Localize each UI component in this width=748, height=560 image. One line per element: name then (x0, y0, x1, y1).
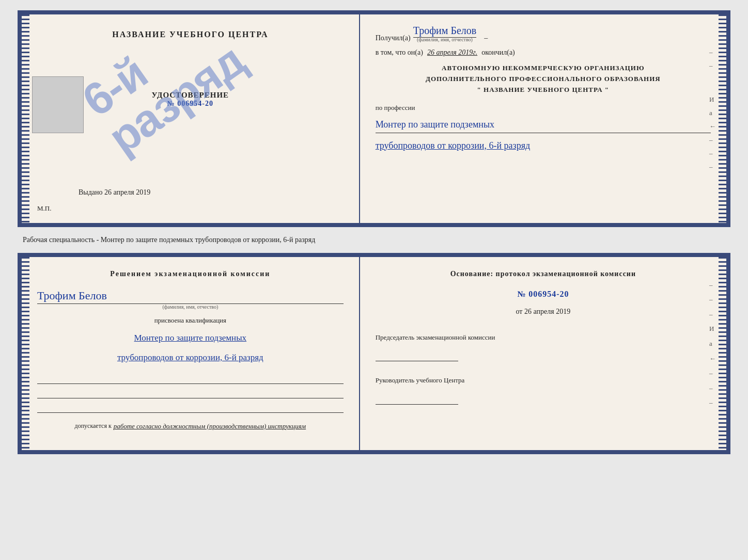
bottom-document-card: Решением экзаменационной комиссии Трофим… (18, 253, 730, 454)
basis-title: Основание: протокол экзаменационной коми… (376, 270, 711, 278)
bottom-profession-line2: трубопроводов от коррозии, 6-й разряд (117, 351, 263, 364)
sig-line-2 (37, 388, 344, 398)
bottom-doc-right: Основание: протокол экзаменационной коми… (360, 257, 726, 450)
top-doc-right: Получил(а) Трофим Белов (фамилия, имя, о… (360, 14, 726, 223)
photo-placeholder (32, 76, 84, 133)
rm-a: а (709, 106, 716, 120)
org-line3: " НАЗВАНИЕ УЧЕБНОГО ЦЕНТРА " (376, 85, 711, 95)
org-line2: ДОПОЛНИТЕЛЬНОГО ПРОФЕССИОНАЛЬНОГО ОБРАЗО… (376, 74, 711, 85)
rm-b-a: а (709, 337, 716, 351)
cert-label: УДОСТОВЕРЕНИЕ (152, 91, 229, 100)
date-line-top: в том, что он(а) 26 апреля 2019г. окончи… (376, 49, 711, 57)
from-date: от 26 апреля 2019 (376, 308, 711, 316)
signature-lines (37, 374, 344, 413)
rm-b-dash1: – (709, 278, 716, 293)
rm-b-dash2: – (709, 292, 716, 307)
top-doc-left: НАЗВАНИЕ УЧЕБНОГО ЦЕНТРА УДОСТОВЕРЕНИЕ №… (22, 14, 360, 223)
decision-title: Решением экзаменационной комиссии (110, 270, 270, 278)
rm-dash3: – (709, 133, 716, 147)
cert-number-top: № 006954-20 (152, 100, 229, 108)
date-suffix: окончил(а) (481, 49, 515, 57)
rm-b-dash3: – (709, 307, 716, 322)
dash-1: – (484, 34, 488, 42)
right-margin-top: – – И а ← – – – (709, 45, 716, 173)
bottom-doc-left: Решением экзаменационной комиссии Трофим… (22, 257, 360, 450)
chairman-label: Председатель экзаменационной комиссии (376, 332, 711, 343)
received-line: Получил(а) Трофим Белов (фамилия, имя, о… (376, 25, 711, 42)
director-sig-line (376, 394, 458, 405)
protocol-number: № 006954-20 (376, 290, 711, 299)
protocol-date: 26 апреля 2019 (524, 308, 570, 315)
fio-hint-bottom: (фамилия, имя, отчество) (37, 304, 344, 310)
sig-line-1 (37, 374, 344, 384)
date-prefix-top: в том, что он(а) (376, 49, 423, 57)
rm-b-dash4: – (709, 366, 716, 381)
rm-dash4: – (709, 147, 716, 160)
rm-arrow: ← (709, 120, 716, 133)
recipient-name: Трофим Белов (413, 25, 477, 38)
rm-b-dash5: – (709, 381, 716, 396)
bottom-name-block: Трофим Белов (фамилия, имя, отчество) (37, 289, 344, 310)
right-margin-bottom: – – – И а ← – – – (709, 278, 716, 410)
org-line1: АВТОНОМНУЮ НЕКОММЕРЧЕСКУЮ ОРГАНИЗАЦИЮ (376, 63, 711, 74)
chairman-sig-line (376, 351, 458, 361)
cert-info-block: УДОСТОВЕРЕНИЕ № 006954-20 (152, 91, 229, 108)
separator-label: Рабочая специальность - Монтер по защите… (23, 236, 315, 244)
admission-text: работе согласно должностным (производств… (114, 422, 306, 430)
fio-hint-top: (фамилия, имя, отчество) (413, 37, 477, 42)
profession-label-top: по профессии (376, 104, 711, 112)
rm-b-arrow: ← (709, 351, 716, 366)
director-label: Руководитель учебного Центра (376, 375, 711, 386)
top-document-card: НАЗВАНИЕ УЧЕБНОГО ЦЕНТРА УДОСТОВЕРЕНИЕ №… (18, 10, 730, 227)
rm-i: И (709, 93, 716, 106)
rm-dash1: – (709, 45, 716, 59)
separator-text: Рабочая специальность - Монтер по защите… (18, 232, 730, 248)
sig-line-3 (37, 403, 344, 413)
rm-dash2: – (709, 59, 716, 72)
date-prefix-bottom: от (516, 308, 523, 315)
admission-block: допускается к работе согласно должностны… (75, 422, 306, 430)
issued-date-block: Выдано 26 апреля 2019 (79, 188, 150, 197)
qualification-label: присвоена квалификация (154, 316, 226, 325)
received-prefix: Получил(а) (376, 34, 411, 42)
bottom-profession-line1: Монтер по защите подземных (134, 331, 247, 345)
rm-dash5: – (709, 160, 716, 173)
completion-date: 26 апреля 2019г. (427, 49, 477, 57)
rm-b-i: И (709, 322, 716, 337)
right-border-decoration-bottom (719, 257, 726, 450)
school-name-top: НАЗВАНИЕ УЧЕБНОГО ЦЕНТРА (112, 30, 268, 39)
right-border-decoration-top (719, 14, 726, 223)
admission-prefix: допускается к (75, 422, 112, 430)
issued-prefix: Выдано (79, 188, 103, 196)
org-block: АВТОНОМНУЮ НЕКОММЕРЧЕСКУЮ ОРГАНИЗАЦИЮ ДО… (376, 63, 711, 95)
bottom-name: Трофим Белов (37, 289, 344, 304)
profession-line1-top: Монтер по защите подземных (376, 118, 711, 133)
mp-label: М.П. (37, 204, 51, 213)
rm-b-dash6: – (709, 395, 716, 410)
issued-date-value: 26 апреля 2019 (104, 188, 150, 196)
profession-line2-top: трубопроводов от коррозии, 6-й разряд (376, 139, 711, 153)
